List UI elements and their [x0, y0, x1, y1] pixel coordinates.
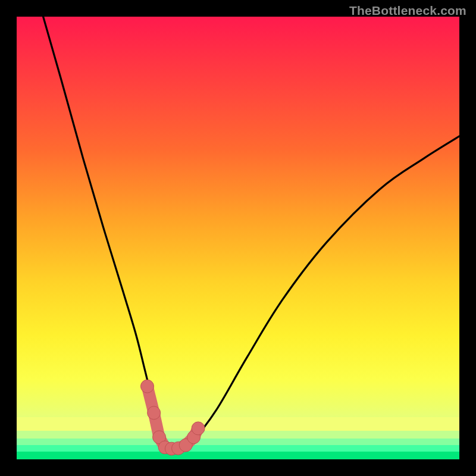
watermark-text: TheBottleneck.com [349, 4, 466, 18]
plot-area [17, 17, 459, 459]
bottleneck-curve [43, 17, 459, 450]
marker-dot [192, 422, 205, 435]
marker-dot [148, 406, 161, 419]
marker-dot [140, 380, 154, 393]
chart-frame: TheBottleneck.com [0, 0, 476, 476]
curve-layer [17, 17, 459, 459]
highlight-markers [140, 380, 205, 455]
